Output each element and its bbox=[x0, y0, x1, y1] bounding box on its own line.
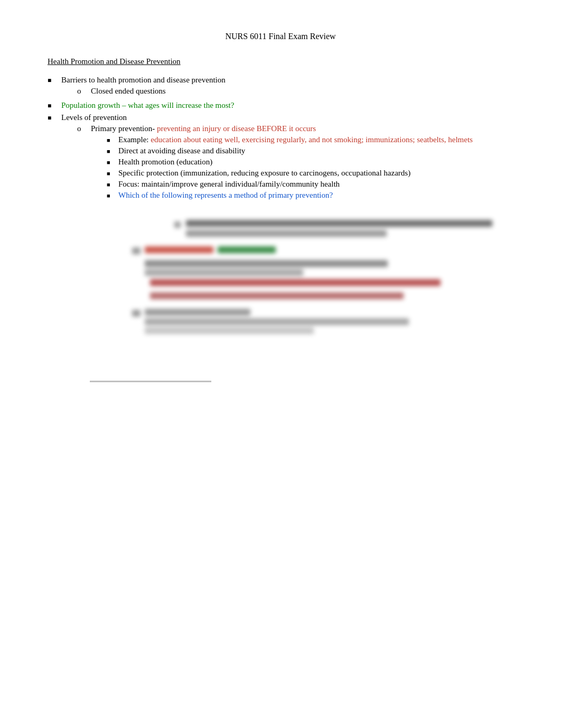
bullet-icon: ■ bbox=[48, 114, 56, 122]
list-item-primary-prevention: o Primary prevention- preventing an inju… bbox=[77, 124, 519, 202]
bottom-divider bbox=[90, 381, 211, 382]
direct-avoiding-text: Direct at avoiding disease and disabilit… bbox=[118, 146, 519, 155]
list-item-example: ■ Example: education about eating well, … bbox=[107, 135, 519, 144]
sq-bullet-icon: ■ bbox=[107, 192, 114, 199]
list-item-population-growth: ■ Population growth – what ages will inc… bbox=[48, 101, 519, 110]
bullet-icon: ■ bbox=[48, 77, 56, 84]
specific-protection-text: Specific protection (immunization, reduc… bbox=[118, 169, 519, 178]
sq-bullet-icon: ■ bbox=[107, 170, 114, 177]
list-item-levels: ■ Levels of prevention o Primary prevent… bbox=[48, 113, 519, 204]
sq-bullet-icon: ■ bbox=[107, 181, 114, 188]
levels-text: Levels of prevention bbox=[61, 113, 127, 122]
sq-bullet-icon: ■ bbox=[107, 137, 114, 143]
barriers-sublist: o Closed ended questions bbox=[61, 87, 519, 96]
primary-sub-list: ■ Example: education about eating well, … bbox=[91, 135, 519, 200]
population-growth-text: Population growth – what ages will incre… bbox=[61, 101, 519, 110]
sub-bullet-icon: o bbox=[77, 124, 86, 133]
section-heading: Health Promotion and Disease Prevention bbox=[48, 57, 181, 66]
list-item-closed-ended: o Closed ended questions bbox=[77, 87, 519, 96]
list-item-specific-protection: ■ Specific protection (immunization, red… bbox=[107, 169, 519, 178]
page-title: NURS 6011 Final Exam Review bbox=[42, 32, 519, 41]
closed-ended-text: Closed ended questions bbox=[91, 87, 519, 96]
sub-bullet-icon: o bbox=[77, 87, 86, 96]
which-following-text: Which of the following represents a meth… bbox=[118, 191, 519, 200]
list-item-direct-avoiding: ■ Direct at avoiding disease and disabil… bbox=[107, 146, 519, 155]
sq-bullet-icon: ■ bbox=[107, 148, 114, 154]
primary-prevention-label: Primary prevention- bbox=[91, 124, 157, 133]
example-label: Example: bbox=[118, 135, 151, 144]
main-list: ■ Barriers to health promotion and disea… bbox=[48, 76, 519, 204]
example-text: education about eating well, exercising … bbox=[151, 135, 473, 144]
list-item-focus: ■ Focus: maintain/improve general indivi… bbox=[107, 180, 519, 189]
sq-bullet-icon: ■ bbox=[107, 159, 114, 165]
primary-prevention-definition: preventing an injury or disease BEFORE i… bbox=[157, 124, 316, 133]
list-item-barriers: ■ Barriers to health promotion and disea… bbox=[48, 76, 519, 98]
bullet-icon: ■ bbox=[48, 102, 56, 109]
blurred-content bbox=[100, 220, 519, 338]
focus-text: Focus: maintain/improve general individu… bbox=[118, 180, 519, 189]
health-promotion-text: Health promotion (education) bbox=[118, 158, 519, 167]
barriers-text: Barriers to health promotion and disease… bbox=[61, 76, 226, 84]
levels-sublist: o Primary prevention- preventing an inju… bbox=[61, 124, 519, 202]
list-item-which-following: ■ Which of the following represents a me… bbox=[107, 191, 519, 200]
list-item-health-promotion: ■ Health promotion (education) bbox=[107, 158, 519, 167]
